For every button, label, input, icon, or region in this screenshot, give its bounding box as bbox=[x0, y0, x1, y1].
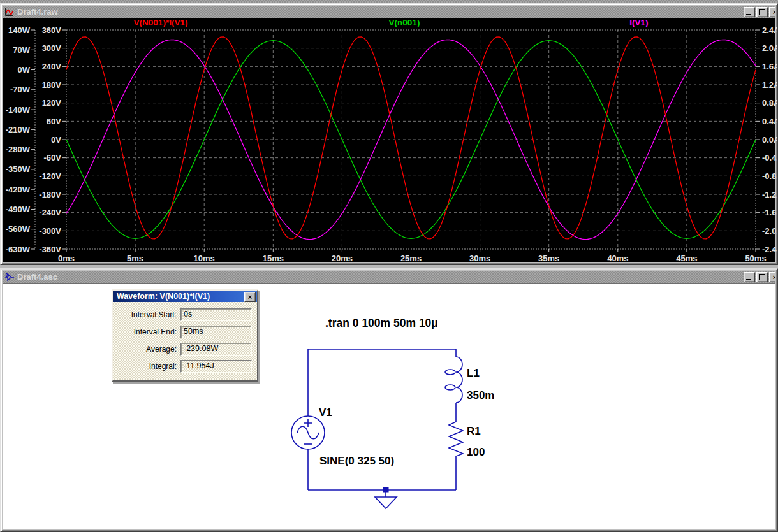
svg-text:45ms: 45ms bbox=[676, 254, 697, 263]
svg-text:0W: 0W bbox=[18, 65, 31, 75]
svg-text:0.4A: 0.4A bbox=[762, 117, 777, 126]
interval-end-label: Interval End: bbox=[113, 327, 177, 336]
waveform-dialog-body: Interval Start: 0s Interval End: 50ms Av… bbox=[113, 302, 257, 380]
integral-field[interactable]: -11.954J bbox=[180, 360, 252, 373]
close-icon: × bbox=[773, 274, 775, 281]
svg-text:15ms: 15ms bbox=[263, 254, 284, 263]
svg-text:-0.4A: -0.4A bbox=[762, 153, 777, 162]
minimize-button[interactable] bbox=[744, 272, 755, 282]
ltspice-screen: { "window_raw": { "title": "Draft4.raw" … bbox=[0, 0, 778, 532]
r1-value[interactable]: 100 bbox=[467, 446, 485, 458]
average-field[interactable]: -239.08W bbox=[180, 343, 252, 356]
schematic-canvas[interactable]: Waveform: V(N001)*I(V1) × Interval Start… bbox=[3, 283, 775, 529]
svg-text:1.2A: 1.2A bbox=[762, 80, 777, 90]
r1-label[interactable]: R1 bbox=[467, 425, 481, 437]
close-icon: × bbox=[773, 9, 775, 16]
waveform-plot-pane[interactable]: 140W70W0W-70W-140W-210W-280W-350W-420W-4… bbox=[3, 18, 775, 262]
waveform-window-titlebar[interactable]: Draft4.raw × bbox=[3, 6, 775, 18]
v1-label[interactable]: V1 bbox=[319, 406, 332, 419]
spice-directive[interactable]: .tran 0 100m 50m 10µ bbox=[325, 317, 437, 330]
waveform-dialog-titlebar[interactable]: Waveform: V(N001)*I(V1) × bbox=[113, 291, 257, 302]
waveform-file-icon bbox=[4, 8, 15, 17]
trace-label[interactable]: V(n001) bbox=[389, 18, 420, 27]
schematic-window-title: Draft4.asc bbox=[17, 272, 57, 282]
svg-text:1.6A: 1.6A bbox=[762, 62, 777, 71]
plus-sign bbox=[304, 419, 312, 427]
l1-label[interactable]: L1 bbox=[467, 367, 480, 379]
waveform-plot[interactable]: 140W70W0W-70W-140W-210W-280W-350W-420W-4… bbox=[3, 18, 777, 265]
restore-icon bbox=[759, 274, 765, 280]
svg-text:-60V: -60V bbox=[44, 153, 62, 162]
svg-text:120V: 120V bbox=[42, 98, 62, 108]
svg-text:25ms: 25ms bbox=[400, 254, 422, 263]
svg-text:30ms: 30ms bbox=[469, 254, 490, 263]
waveform-window: Draft4.raw × 140W70W0W-70W-140W-210W-280… bbox=[0, 3, 778, 265]
svg-text:-0.8A: -0.8A bbox=[762, 171, 777, 181]
waveform-window-title: Draft4.raw bbox=[17, 7, 58, 17]
svg-text:-630W: -630W bbox=[6, 245, 31, 254]
svg-text:-210W: -210W bbox=[6, 125, 31, 134]
svg-text:-140W: -140W bbox=[6, 105, 31, 115]
svg-text:-2.0A: -2.0A bbox=[762, 226, 777, 236]
l1-value[interactable]: 350m bbox=[467, 389, 494, 401]
component-labels: V1 SINE(0 325 50) L1 350m R1 100 bbox=[319, 367, 494, 467]
svg-text:-350W: -350W bbox=[6, 164, 31, 174]
v1-value[interactable]: SINE(0 325 50) bbox=[319, 455, 394, 467]
minimize-icon bbox=[746, 279, 751, 280]
integral-label: Integral: bbox=[113, 362, 177, 371]
resistor-r1[interactable] bbox=[449, 420, 463, 457]
svg-text:0.8A: 0.8A bbox=[762, 98, 777, 108]
svg-text:-180V: -180V bbox=[39, 190, 61, 199]
svg-text:-2.4A: -2.4A bbox=[762, 245, 777, 254]
svg-text:-70W: -70W bbox=[10, 85, 31, 94]
waveform-dialog: Waveform: V(N001)*I(V1) × Interval Start… bbox=[112, 289, 258, 382]
close-icon: × bbox=[248, 294, 252, 301]
circuit-schematic: V1 SINE(0 325 50) L1 350m R1 100 bbox=[276, 345, 518, 517]
svg-text:-360V: -360V bbox=[39, 245, 61, 254]
svg-text:35ms: 35ms bbox=[538, 254, 559, 263]
svg-text:-280W: -280W bbox=[6, 145, 31, 154]
svg-text:-300V: -300V bbox=[39, 226, 61, 236]
trace-label[interactable]: I(V1) bbox=[629, 18, 648, 27]
restore-button[interactable] bbox=[756, 272, 768, 282]
svg-text:50ms: 50ms bbox=[745, 254, 766, 263]
trace-label[interactable]: V(N001)*I(V1) bbox=[134, 18, 188, 27]
svg-text:70W: 70W bbox=[13, 45, 30, 55]
svg-text:20ms: 20ms bbox=[332, 254, 353, 263]
voltage-source-v1[interactable] bbox=[291, 416, 325, 449]
minimize-button[interactable] bbox=[744, 7, 755, 17]
svg-text:-560W: -560W bbox=[6, 224, 31, 234]
svg-text:-1.2A: -1.2A bbox=[762, 190, 777, 199]
waveform-window-buttons: × bbox=[744, 7, 775, 17]
close-button[interactable]: × bbox=[769, 272, 775, 282]
restore-button[interactable] bbox=[756, 7, 768, 17]
svg-text:140W: 140W bbox=[8, 25, 31, 35]
svg-text:-490W: -490W bbox=[6, 205, 31, 214]
svg-text:0ms: 0ms bbox=[58, 254, 75, 263]
svg-text:180V: 180V bbox=[42, 80, 62, 90]
schematic-window-titlebar[interactable]: Draft4.asc × bbox=[3, 271, 775, 283]
svg-text:40ms: 40ms bbox=[607, 254, 628, 263]
schematic-window-buttons: × bbox=[744, 272, 775, 282]
axis-labels: 140W70W0W-70W-140W-210W-280W-350W-420W-4… bbox=[6, 25, 777, 264]
inductor-l1[interactable] bbox=[445, 357, 462, 403]
waveform-dialog-title: Waveform: V(N001)*I(V1) bbox=[117, 292, 210, 301]
svg-text:300V: 300V bbox=[42, 43, 62, 53]
interval-start-label: Interval Start: bbox=[113, 310, 177, 319]
interval-start-field[interactable]: 0s bbox=[180, 308, 252, 321]
close-button[interactable]: × bbox=[769, 7, 775, 17]
svg-text:-420W: -420W bbox=[6, 185, 31, 194]
svg-text:2.0A: 2.0A bbox=[762, 43, 777, 53]
svg-text:2.4A: 2.4A bbox=[762, 25, 777, 35]
svg-text:0.0A: 0.0A bbox=[762, 135, 777, 145]
waveform-dialog-close-button[interactable]: × bbox=[244, 292, 256, 302]
svg-text:240V: 240V bbox=[42, 62, 62, 71]
wires[interactable] bbox=[308, 349, 456, 490]
interval-end-field[interactable]: 50ms bbox=[180, 326, 252, 338]
schematic-file-icon bbox=[4, 273, 15, 282]
svg-text:10ms: 10ms bbox=[194, 254, 215, 263]
svg-text:60V: 60V bbox=[47, 117, 61, 126]
svg-text:-1.6A: -1.6A bbox=[762, 208, 777, 217]
minimize-icon bbox=[746, 14, 751, 15]
svg-text:-240V: -240V bbox=[39, 208, 61, 217]
